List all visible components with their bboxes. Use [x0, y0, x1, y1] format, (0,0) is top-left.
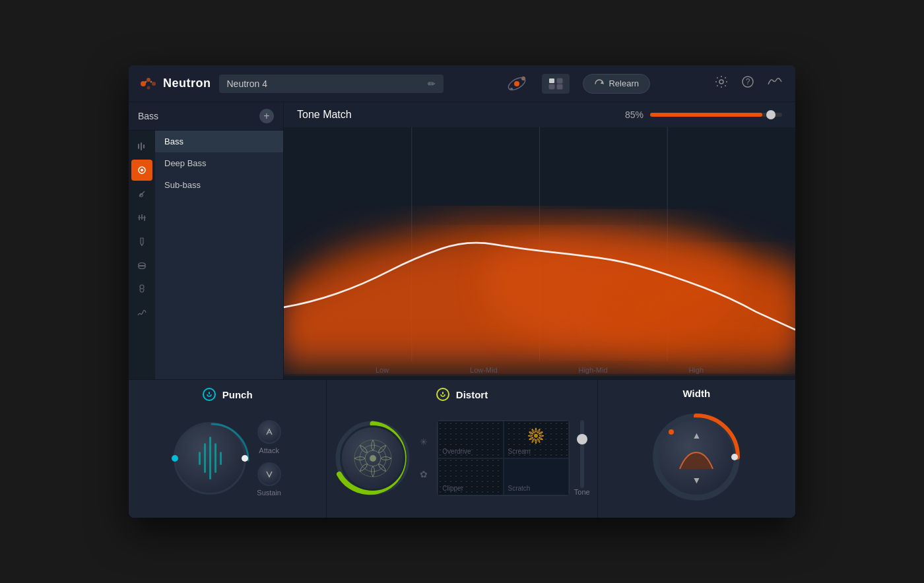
tone-slider-thumb[interactable] [577, 434, 587, 445]
freq-label-highmid: High-Mid [578, 366, 607, 374]
tone-match-header: Tone Match 85% [284, 102, 795, 127]
tone-match-area: Tone Match 85% [284, 102, 795, 379]
sidebar-list: Bass Deep Bass Sub-bass [155, 131, 283, 379]
sidebar-icon-mix[interactable] [131, 136, 152, 157]
distort-toggle[interactable] [436, 388, 449, 401]
question-icon: ? [741, 75, 754, 88]
sidebar-icon-instrument[interactable] [131, 231, 152, 252]
sidebar-list-item[interactable]: Deep Bass [155, 152, 283, 174]
width-knob-container: ▲ ▼ [657, 417, 736, 497]
tone-slider-track[interactable] [580, 420, 584, 488]
punch-dot-left [172, 455, 178, 462]
orbit-icon[interactable] [505, 72, 529, 96]
width-down-icon[interactable]: ▼ [692, 475, 701, 485]
relearn-button[interactable]: Relearn [583, 74, 650, 94]
logo-area: Neutron [139, 75, 211, 93]
sustain-knob[interactable] [257, 462, 281, 486]
distort-cell-scratch[interactable]: Scratch [504, 458, 569, 496]
distort-cell-overdrive[interactable]: Overdrive [438, 421, 503, 458]
sidebar-icon-tone[interactable] [131, 160, 152, 181]
svg-point-5 [150, 80, 152, 82]
distort-main-knob[interactable] [340, 425, 405, 491]
svg-rect-10 [549, 78, 554, 83]
svg-point-45 [370, 455, 376, 462]
distort-flower-icon[interactable]: ✿ [416, 466, 432, 482]
punch-toggle[interactable] [203, 388, 216, 401]
punch-panel: Punch [129, 380, 327, 518]
sidebar-content: Bass Deep Bass Sub-bass [129, 131, 283, 379]
distort-panel-header: Distort [335, 388, 589, 401]
main-layout: Bass + [129, 102, 795, 379]
sidebar-icon-drum[interactable] [131, 255, 152, 276]
freq-label-low: Low [376, 366, 389, 374]
settings-button[interactable] [712, 73, 731, 94]
tone-match-controls: 85% [625, 109, 782, 120]
distort-cell-scream[interactable]: Scream [504, 421, 569, 458]
svg-point-4 [145, 80, 147, 82]
punch-main-knob[interactable] [174, 422, 246, 495]
distort-knob-container [335, 420, 411, 496]
eq-curve-icon [768, 77, 782, 87]
width-dot-right [731, 454, 738, 460]
sidebar-category-title: Bass [138, 111, 158, 121]
sidebar-icon-guitar[interactable] [131, 183, 152, 204]
freq-label-lowmid: Low-Mid [470, 366, 498, 374]
svg-rect-11 [557, 78, 562, 83]
tone-slider-label: Tone [574, 488, 590, 496]
svg-point-9 [510, 88, 513, 90]
gear-icon [715, 75, 728, 88]
sidebar-icon-eq[interactable] [131, 207, 152, 228]
scream-star-icon [527, 427, 545, 448]
tone-match-viz [284, 127, 795, 379]
slider-fill [650, 113, 762, 117]
edit-preset-icon[interactable]: ✏ [428, 78, 436, 89]
visualization-area: Low Low-Mid High-Mid High [284, 127, 795, 379]
slider-track[interactable] [650, 113, 782, 117]
width-content: ▲ ▼ [606, 404, 787, 510]
punch-dot-right [242, 455, 248, 462]
help-button[interactable]: ? [739, 73, 757, 94]
preset-bar[interactable]: Neutron 4 ✏ [219, 75, 444, 93]
punch-content: Attack Sustain [137, 406, 318, 510]
svg-rect-40 [442, 392, 444, 394]
add-category-button[interactable]: + [259, 109, 274, 123]
distort-pattern-icon [350, 435, 396, 481]
sustain-label: Sustain [257, 489, 281, 497]
width-main-knob[interactable]: ▲ ▼ [657, 417, 736, 497]
svg-point-2 [152, 82, 156, 86]
width-symbol [676, 449, 716, 472]
distort-type-grid: Overdrive Scream [437, 420, 569, 496]
app-container: Neutron Neutron 4 ✏ [129, 65, 795, 518]
tone-slider[interactable] [650, 113, 782, 117]
sidebar-list-item[interactable]: Sub-bass [155, 174, 283, 196]
attack-label: Attack [259, 446, 279, 454]
freq-label-high: High [688, 366, 704, 374]
distort-sparkle-icon[interactable]: ✳ [416, 434, 432, 450]
sidebar-list-item[interactable]: Bass [155, 131, 283, 152]
overdrive-label: Overdrive [442, 448, 471, 455]
sidebar-icon-vocal[interactable] [131, 278, 152, 299]
svg-rect-17 [138, 144, 139, 149]
sidebar: Bass + [129, 102, 284, 379]
svg-rect-19 [143, 144, 145, 148]
sidebar-icons [129, 131, 155, 379]
grid-view-button[interactable] [542, 74, 570, 94]
header-center: Relearn [451, 72, 705, 96]
scratch-label: Scratch [508, 485, 531, 492]
distort-content: ✳ ✿ Overdrive Scream [335, 406, 589, 510]
app-title: Neutron [163, 77, 211, 90]
scream-label: Scream [508, 448, 531, 455]
header: Neutron Neutron 4 ✏ [129, 65, 795, 102]
width-title: Width [683, 388, 711, 399]
slider-thumb[interactable] [766, 110, 776, 119]
bottom-panels: Punch [129, 379, 795, 518]
width-up-icon[interactable]: ▲ [692, 430, 701, 441]
punch-title: Punch [222, 389, 253, 400]
eq-curve-button[interactable] [765, 74, 785, 93]
attack-knob[interactable] [257, 420, 281, 444]
distort-cell-clipper[interactable]: Clipper [438, 458, 503, 496]
punch-sub-knobs: Attack Sustain [257, 420, 281, 497]
preset-name: Neutron 4 [227, 78, 422, 89]
distort-panel: Distort [327, 380, 597, 518]
sidebar-icon-spectrum[interactable] [131, 302, 152, 323]
